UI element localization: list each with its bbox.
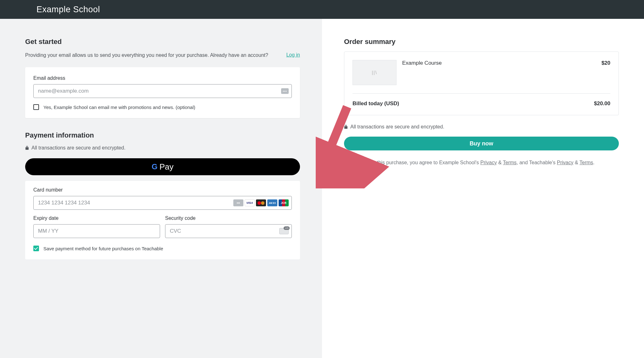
lock-icon	[25, 146, 29, 150]
buy-now-button[interactable]: Buy now	[344, 137, 619, 150]
item-price: $20	[602, 60, 610, 85]
email-input[interactable]	[33, 84, 292, 98]
card-details-card: Card number ••• VISA AM EX JCB Expiry da…	[25, 181, 300, 259]
total-value: $20.00	[594, 100, 610, 107]
payment-heading: Payment information	[25, 131, 300, 139]
svg-line-1	[319, 107, 347, 176]
email-card: Email address ••• Yes, Example School ca…	[25, 67, 300, 118]
gpay-logo: G Pay	[152, 162, 173, 172]
gpay-label: Pay	[159, 162, 174, 172]
card-number-wrap: ••• VISA AM EX JCB	[33, 196, 292, 210]
get-started-heading: Get started	[25, 38, 300, 46]
total-row: Billed today (USD) $20.00	[353, 93, 610, 107]
summary-secure-row: All transactions are secure and encrypte…	[344, 124, 619, 130]
summary-item: ||\ Example Course $20	[353, 60, 610, 85]
right-column: Order summary ||\ Example Course $20 Bil…	[322, 19, 644, 358]
left-column: Get started Providing your email allows …	[0, 19, 322, 358]
cvc-hint-icon	[279, 228, 289, 234]
summary-box: ||\ Example Course $20 Billed today (USD…	[344, 52, 619, 115]
visa-icon: VISA	[245, 199, 255, 206]
jcb-icon: JCB	[279, 199, 289, 206]
page-container: Get started Providing your email allows …	[0, 19, 644, 358]
promo-checkbox-row: Yes, Example School can email me with pr…	[33, 104, 292, 110]
amex-icon: AM EX	[267, 199, 277, 206]
get-started-subtext: Providing your email allows us to send y…	[25, 52, 268, 59]
total-label: Billed today (USD)	[353, 100, 399, 107]
login-link[interactable]: Log in	[286, 52, 300, 58]
site-title: Example School	[36, 5, 100, 14]
promo-checkbox-label: Yes, Example School can email me with pr…	[43, 105, 195, 110]
teachable-terms-link[interactable]: Terms	[580, 160, 593, 165]
summary-heading: Order summary	[344, 38, 619, 46]
email-input-wrap: •••	[33, 84, 292, 98]
lock-icon	[344, 125, 348, 129]
legal-text: By completing this purchase, you agree t…	[344, 159, 619, 167]
header-bar: Example School	[0, 0, 644, 19]
cvc-label: Security code	[165, 215, 292, 221]
teachable-privacy-link[interactable]: Privacy	[557, 160, 573, 165]
save-payment-label: Save payment method for future purchases…	[43, 246, 163, 251]
payment-secure-row: All transactions are secure and encrypte…	[25, 145, 300, 151]
item-name: Example Course	[402, 60, 442, 85]
mastercard-icon	[256, 199, 266, 206]
payment-secure-text: All transactions are secure and encrypte…	[31, 145, 125, 151]
course-thumbnail: ||\	[353, 60, 397, 85]
gpay-button[interactable]: G Pay	[25, 158, 300, 175]
expiry-input[interactable]	[33, 224, 160, 238]
cvc-input[interactable]	[165, 224, 292, 238]
save-payment-checkbox[interactable]	[33, 246, 39, 251]
expiry-cvc-row: Expiry date Security code	[33, 215, 292, 238]
card-brand-icons: ••• VISA AM EX JCB	[233, 199, 289, 206]
school-privacy-link[interactable]: Privacy	[480, 160, 497, 165]
email-label: Email address	[33, 75, 292, 81]
card-number-label: Card number	[33, 187, 292, 193]
autofill-card-icon: •••	[233, 199, 243, 206]
summary-secure-text: All transactions are secure and encrypte…	[350, 124, 444, 130]
expiry-label: Expiry date	[33, 215, 160, 221]
school-terms-link[interactable]: Terms	[503, 160, 517, 165]
promo-checkbox[interactable]	[33, 104, 39, 110]
save-payment-row: Save payment method for future purchases…	[33, 246, 292, 251]
autofill-icon: •••	[281, 88, 289, 94]
get-started-row: Providing your email allows us to send y…	[25, 52, 300, 59]
